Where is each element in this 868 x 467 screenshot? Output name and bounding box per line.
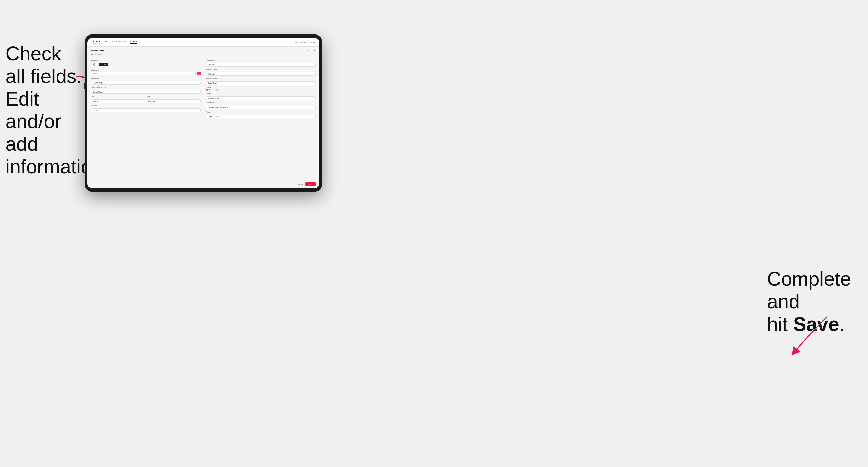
logo-circle: C (91, 61, 97, 67)
assistant-coach-label: Assistant Coach (206, 68, 316, 70)
cancel-button[interactable]: Cancel (298, 183, 303, 185)
zip-input[interactable] (91, 108, 201, 112)
gender-mens-option[interactable]: Mens (206, 89, 212, 91)
page-header: Create Team Cancel ✕ (91, 50, 316, 52)
save-button[interactable]: Save (305, 182, 316, 186)
gender-label: Gender (206, 87, 316, 89)
conference-wrapper: University Athletic Association Other Co… (206, 104, 316, 109)
right-column: Head Coach Assistant Coach Athletic Dire… (206, 59, 316, 120)
annotation-right-line1: Complete and (767, 268, 851, 312)
state-select-wrapper: New York California Texas ✕ ⌄ (147, 98, 201, 103)
womens-label: Womens (217, 89, 223, 91)
nav-bar: SCOREBOARD Powered by clippd TOURNAMENTS… (87, 38, 319, 47)
section-label: TEAM DETAILS (91, 54, 316, 57)
zip-field: Zip code (91, 105, 201, 112)
city-input[interactable] (91, 99, 145, 103)
nav-right: Test User | Sign out (294, 41, 315, 44)
nav-link-tournaments[interactable]: TOURNAMENTS (113, 41, 127, 44)
team-name-label: Team name (91, 77, 201, 79)
conference-arrow-icon: ⌄ (314, 106, 315, 107)
annotation-right-bold: Save (793, 313, 839, 335)
display-name-label: Display name (unique) (91, 87, 201, 88)
nav-links: TOURNAMENTS TEAMS (113, 41, 295, 44)
app-logo: SCOREBOARD Powered by clippd (92, 41, 107, 44)
division-wrapper: NCAA Division III NCAA Division I NCAA D… (206, 95, 316, 100)
head-coach-label: Head Coach (206, 59, 316, 61)
nav-link-teams[interactable]: TEAMS (130, 41, 137, 44)
assistant-coach-input[interactable] (206, 72, 316, 76)
team-colour-input[interactable] (91, 72, 196, 75)
user-avatar (294, 41, 298, 44)
state-label: State (147, 96, 201, 97)
annotation-line1: Check all fields. (5, 42, 82, 87)
left-annotation: Check all fields. Edit and/or add inform… (5, 42, 85, 178)
logo-sub-text: Powered by clippd (92, 42, 107, 44)
assistant-coach-field: Assistant Coach (206, 68, 316, 76)
mens-label: Mens (209, 89, 212, 91)
content-area: Create Team Cancel ✕ TEAM DETAILS Team l… (87, 47, 319, 180)
region-select-icons: ✕ ⌄ (312, 115, 315, 117)
division-field: Division NCAA Division III NCAA Division… (206, 93, 316, 100)
tablet-device: SCOREBOARD Powered by clippd TOURNAMENTS… (85, 34, 322, 192)
team-logo-field: Team logo C Upload (91, 59, 201, 67)
team-colour-label: Team colour (91, 69, 201, 71)
state-field: State New York California Texas ✕ ⌄ (147, 96, 201, 103)
city-state-row: City State New York California Texas (91, 96, 201, 103)
nav-username: Test User | (300, 41, 307, 43)
conference-label: Conference (206, 102, 316, 103)
right-annotation: Complete and hit Save. (767, 268, 860, 335)
conference-select-icons: ✕ ⌄ (312, 106, 315, 107)
logo-letter: C (93, 63, 95, 66)
head-coach-field: Head Coach (206, 59, 316, 67)
state-select[interactable]: New York California Texas (147, 99, 201, 103)
division-select[interactable]: NCAA Division III NCAA Division I NCAA D… (206, 96, 316, 100)
logo-main-text: SCOREBOARD (92, 41, 107, 42)
tablet-side-button (84, 83, 85, 89)
mens-radio-dot (206, 89, 208, 91)
form-footer: Cancel Save (87, 180, 319, 188)
cancel-top-button[interactable]: Cancel ✕ (308, 50, 316, 52)
conference-field: Conference University Athletic Associati… (206, 102, 316, 109)
head-coach-input[interactable] (206, 63, 316, 67)
region-field: Region Region II - (M) DIII Region I Reg… (206, 111, 316, 119)
region-clear-icon[interactable]: ✕ (312, 115, 313, 117)
conference-select[interactable]: University Athletic Association Other Co… (206, 106, 316, 109)
annotation-right-line2-prefix: hit (767, 313, 793, 335)
team-name-input[interactable] (91, 81, 201, 85)
team-name-field: Team name (91, 77, 201, 85)
gender-row: Mens Womens (206, 89, 316, 91)
cancel-x-icon: ✕ (314, 50, 316, 52)
conference-clear-icon[interactable]: ✕ (312, 106, 313, 107)
region-select[interactable]: Region II - (M) DIII Region I Region III (206, 115, 316, 118)
sign-out-link[interactable]: Sign out (309, 41, 315, 43)
cancel-top-label: Cancel (308, 50, 313, 52)
division-select-icons: ⌄ (314, 97, 315, 98)
division-arrow-icon: ⌄ (314, 97, 315, 98)
region-arrow-icon: ⌄ (314, 115, 315, 117)
form-grid: Team logo C Upload Team colour (91, 59, 316, 120)
display-name-input[interactable] (91, 90, 201, 94)
color-swatch (197, 71, 201, 75)
color-row (91, 71, 201, 75)
team-logo-label: Team logo (91, 59, 201, 61)
athletic-director-label: Athletic Director (206, 77, 316, 79)
left-column: Team logo C Upload Team colour (91, 59, 201, 120)
annotation-right-suffix: . (839, 313, 844, 335)
region-wrapper: Region II - (M) DIII Region I Region III… (206, 113, 316, 119)
city-label: City (91, 96, 145, 97)
athletic-director-input[interactable] (206, 82, 316, 85)
gender-field: Gender Mens Womens (206, 87, 316, 91)
logo-area: C Upload (91, 61, 201, 67)
annotation-line2: Edit and/or add (5, 88, 61, 155)
city-state-field: City State New York California Texas (91, 96, 201, 103)
city-field: City (91, 96, 145, 103)
gender-womens-option[interactable]: Womens (215, 89, 223, 91)
zip-label: Zip code (91, 105, 201, 106)
display-name-field: Display name (unique) (91, 87, 201, 94)
team-colour-field: Team colour (91, 69, 201, 75)
division-label: Division (206, 93, 316, 94)
tablet-screen: SCOREBOARD Powered by clippd TOURNAMENTS… (87, 38, 319, 188)
upload-button[interactable]: Upload (99, 63, 108, 66)
athletic-director-field: Athletic Director (206, 77, 316, 85)
region-label: Region (206, 111, 316, 113)
